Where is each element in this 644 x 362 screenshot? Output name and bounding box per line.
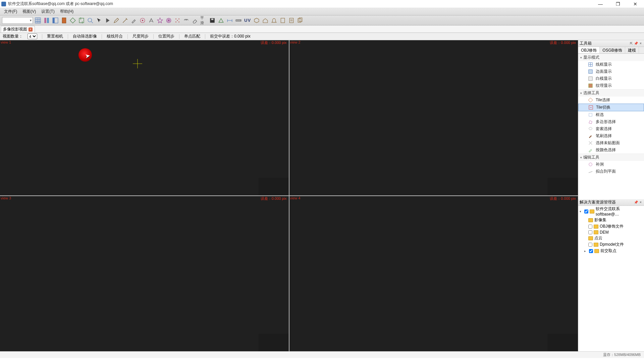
tree-node-dem[interactable]: DEM — [578, 230, 644, 235]
menu-help[interactable]: 帮助(H) — [57, 8, 76, 15]
panel-pin-icon[interactable]: 📌 — [634, 42, 638, 46]
crop-icon[interactable] — [78, 17, 85, 24]
folder-icon — [590, 209, 594, 214]
tool-brush-select[interactable]: 笔刷选择 — [578, 132, 644, 139]
node-checkbox[interactable] — [588, 230, 592, 234]
diamond-icon[interactable] — [69, 17, 76, 24]
bell-icon[interactable] — [270, 17, 278, 24]
house-icon[interactable] — [262, 17, 269, 24]
tool-lasso-select[interactable]: 套索选择 — [578, 125, 644, 132]
svg-rect-6 — [79, 18, 84, 23]
node-checkbox[interactable] — [588, 225, 592, 229]
dots-icon[interactable] — [174, 17, 181, 24]
group-select-tools[interactable]: 选择工具 — [578, 89, 644, 97]
tool-fit-plane[interactable]: 拟合到平面 — [578, 168, 644, 175]
viewport-1[interactable]: view 1 误差：0.000 pix ➤ — [0, 40, 289, 195]
tab-osgb[interactable]: OSGB修饰 — [600, 47, 625, 53]
svg-rect-1 — [44, 18, 46, 23]
svg-rect-19 — [281, 18, 284, 23]
lasso-icon — [588, 126, 593, 132]
node-checkbox[interactable] — [588, 243, 592, 247]
flat-label[interactable]: 平滑 — [200, 17, 207, 24]
tree-node-images[interactable]: 影像集 — [578, 217, 644, 223]
tool-edgeface[interactable]: 边面显示 — [578, 68, 644, 75]
tab-model[interactable]: 建模 — [625, 47, 639, 53]
maximize-button[interactable]: ❐ — [613, 1, 623, 7]
group-edit-tools[interactable]: 编辑工具 — [578, 154, 644, 161]
single-match-button[interactable]: 单点匹配 — [184, 34, 200, 39]
panel-pin-icon[interactable]: 📌 — [634, 200, 638, 204]
tool-fill-hole[interactable]: 补洞 — [578, 161, 644, 168]
menu-file[interactable]: 文件(F) — [1, 8, 20, 15]
view-count-select[interactable]: 4 — [28, 34, 37, 39]
close-button[interactable]: ✕ — [631, 1, 640, 7]
auto-filter-button[interactable]: 自动筛选影像 — [73, 34, 97, 39]
bridge-icon[interactable] — [226, 17, 233, 24]
minimize-button[interactable]: — — [596, 1, 605, 7]
svg-point-7 — [88, 18, 92, 22]
poly-select-icon — [588, 119, 593, 125]
svg-point-15 — [177, 20, 178, 21]
node-checkbox[interactable] — [589, 249, 593, 253]
tree-node-obj[interactable]: OBJ修饰文件 — [578, 223, 644, 230]
tool-texture[interactable]: 纹理显示 — [578, 82, 644, 89]
tab-multiview[interactable]: 多像投影视图 × — [1, 26, 35, 33]
star-icon[interactable] — [156, 17, 164, 24]
box-icon[interactable] — [253, 17, 260, 24]
panel-close-icon[interactable]: × — [639, 42, 643, 46]
reset-camera-button[interactable]: 重置相机 — [47, 34, 63, 39]
doc1-icon[interactable] — [279, 17, 286, 24]
panel-float-icon[interactable]: ⇱ — [629, 42, 633, 46]
tool-tile-select[interactable]: Tile选择 — [578, 97, 644, 104]
tree-node-pointcloud[interactable]: 点云 — [578, 235, 644, 241]
zoom-icon[interactable] — [87, 17, 94, 24]
dropper-icon[interactable] — [130, 17, 138, 24]
play-icon[interactable] — [104, 17, 111, 24]
uv-icon[interactable]: UV — [244, 18, 252, 23]
ruler-icon[interactable] — [235, 17, 242, 24]
docs-icon[interactable] — [297, 17, 304, 24]
pointer-icon[interactable] — [95, 17, 103, 24]
tool-untextured-select[interactable]: 选择未贴图面 — [578, 139, 644, 146]
group-display-mode[interactable]: 显示模式 — [578, 54, 644, 61]
viewport-title: view 1 — [1, 40, 11, 44]
svg-point-13 — [175, 21, 176, 22]
menu-settings[interactable]: 设置(T) — [39, 8, 57, 15]
pos-sync-button[interactable]: 位置同步 — [158, 34, 174, 39]
tool-box-select[interactable]: 框选 — [578, 111, 644, 118]
pen-icon[interactable] — [113, 17, 120, 24]
column-icon[interactable] — [43, 17, 50, 24]
menu-view[interactable]: 视图(V) — [20, 8, 39, 15]
tool-color-select[interactable]: 按颜色选择 — [578, 146, 644, 154]
grid-icon[interactable] — [34, 17, 42, 24]
doc2-icon[interactable] — [288, 17, 295, 24]
tool-poly-select[interactable]: 多边形选择 — [578, 118, 644, 125]
tool-wireframe[interactable]: 线框显示 — [578, 61, 644, 68]
tool-whitemodel[interactable]: 白模显示 — [578, 75, 644, 82]
panel-close-icon[interactable]: × — [639, 200, 643, 204]
wand-icon[interactable] — [121, 17, 129, 24]
tree-node-intersect[interactable]: ▸前交取点 — [578, 248, 644, 254]
text-icon[interactable] — [148, 17, 155, 24]
root-checkbox[interactable] — [584, 209, 588, 214]
triangle-icon[interactable] — [217, 17, 225, 24]
layer-dropdown[interactable] — [2, 17, 33, 24]
disk-icon[interactable] — [209, 17, 216, 24]
target-icon[interactable] — [139, 17, 146, 24]
book-icon[interactable] — [60, 17, 68, 24]
scale-sync-button[interactable]: 尺度同步 — [132, 34, 149, 39]
link-icon[interactable] — [182, 17, 190, 24]
viewport-3[interactable]: view 3 误差：0.000 pix — [0, 196, 289, 351]
tree-root[interactable]: ▾软件交流联系softbase@… — [578, 206, 644, 217]
erase-icon[interactable] — [191, 17, 199, 24]
panel-left-icon[interactable] — [52, 17, 59, 24]
spokes-icon[interactable] — [165, 17, 172, 24]
viewport-2[interactable]: view 2 误差：0.000 pix — [289, 40, 578, 195]
tree-node-dpmodel[interactable]: Dpmodel文件 — [578, 241, 644, 248]
tool-tile-toggle[interactable]: Tile切换 — [578, 104, 644, 111]
viewport-4[interactable]: view 4 误差：0.000 pix — [289, 196, 578, 351]
tab-close-icon[interactable]: × — [29, 27, 33, 32]
epipolar-button[interactable]: 核线符合 — [107, 34, 123, 39]
title-bar: 软件交流联系softbase@qq.com 或者 pc-software@qq.… — [0, 0, 644, 8]
tab-obj[interactable]: OBJ修饰 — [578, 47, 600, 53]
